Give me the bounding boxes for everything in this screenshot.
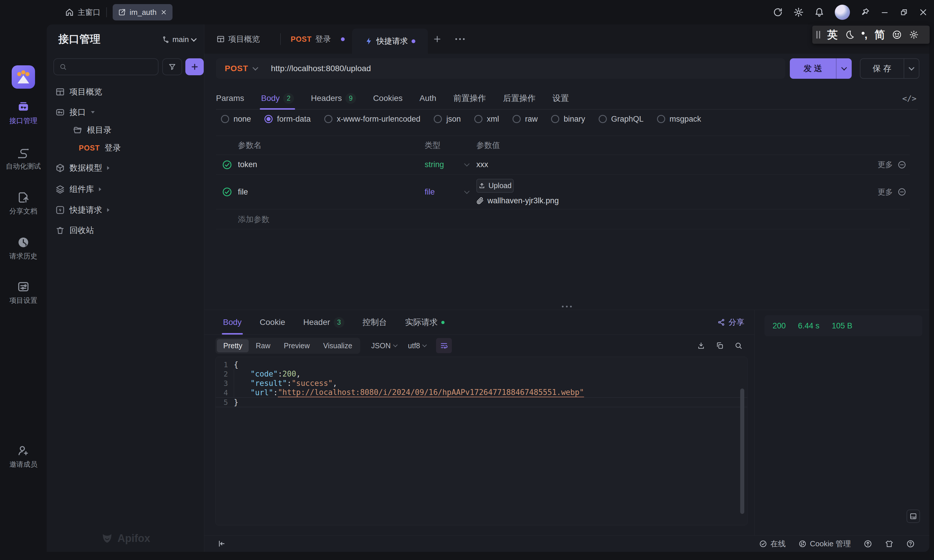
- mode-visualize[interactable]: Visualize: [317, 339, 359, 352]
- radio-raw[interactable]: raw: [513, 115, 538, 124]
- radio-form-data[interactable]: form-data: [264, 115, 311, 124]
- tab-post-actions[interactable]: 后置操作: [503, 88, 536, 109]
- tab-response-header[interactable]: Header3: [303, 310, 344, 335]
- pin-icon[interactable]: [860, 8, 870, 17]
- moon-icon[interactable]: [845, 30, 855, 40]
- tab-quick-request-active[interactable]: 快捷请求: [352, 29, 428, 54]
- rail-item-api-management[interactable]: 接口管理: [0, 101, 47, 125]
- url-input[interactable]: [270, 63, 777, 74]
- expand-arrow-icon[interactable]: [91, 111, 95, 114]
- radio-xml[interactable]: xml: [474, 115, 499, 124]
- refresh-icon[interactable]: [773, 7, 783, 17]
- collapse-arrow-icon[interactable]: [107, 208, 109, 212]
- tab-actual-request[interactable]: 实际请求: [405, 310, 444, 335]
- ime-punctuation-toggle[interactable]: ,: [862, 31, 868, 39]
- radio-msgpack[interactable]: msgpack: [657, 115, 701, 124]
- ime-toolbar[interactable]: 英 , 简: [812, 26, 929, 44]
- panel-layout-button[interactable]: [906, 509, 920, 523]
- minimize-icon[interactable]: [880, 8, 889, 17]
- remove-row-icon[interactable]: [897, 160, 906, 169]
- collapse-sidebar-button[interactable]: [217, 535, 226, 552]
- share-button[interactable]: 分享: [717, 310, 744, 335]
- response-body-editor[interactable]: 1 { 2 "code": 200, 3 "result": "success"…: [216, 357, 748, 525]
- close-window-icon[interactable]: [919, 8, 928, 17]
- tree-item-root-folder[interactable]: 根目录: [47, 122, 230, 138]
- restore-icon[interactable]: [900, 8, 908, 17]
- cookie-manager-button[interactable]: Cookie 管理: [798, 539, 851, 549]
- tab-body[interactable]: Body2: [261, 88, 294, 109]
- new-tab-button[interactable]: [433, 25, 442, 54]
- tree-item-recycle-bin[interactable]: 回收站: [47, 222, 213, 238]
- copy-icon[interactable]: [716, 342, 724, 350]
- tree-item-project-overview[interactable]: 项目概览: [47, 84, 213, 100]
- rail-item-project-settings[interactable]: 项目设置: [0, 281, 47, 305]
- rail-item-request-history[interactable]: 请求历史: [0, 236, 47, 261]
- method-select[interactable]: POST: [225, 64, 248, 73]
- user-avatar[interactable]: [835, 5, 850, 20]
- tree-item-component-lib[interactable]: 组件库: [47, 181, 213, 197]
- word-wrap-button[interactable]: [436, 338, 452, 353]
- radio-graphql[interactable]: GraphQL: [599, 115, 644, 124]
- response-url-link[interactable]: "http://localhost:8080/i/2024/09/16/hpAA…: [278, 388, 584, 397]
- emoji-icon[interactable]: [892, 30, 902, 40]
- tree-item-api-group[interactable]: 接口: [47, 104, 213, 120]
- branch-selector[interactable]: main: [162, 35, 196, 44]
- radio-urlencoded[interactable]: x-www-form-urlencoded: [324, 115, 421, 124]
- tree-item-quick-request[interactable]: 快捷请求: [47, 202, 213, 218]
- remove-row-icon[interactable]: [897, 188, 906, 196]
- check-circle-icon[interactable]: [222, 187, 232, 197]
- attached-file[interactable]: wallhaven-yjr3lk.png: [476, 196, 863, 205]
- tab-overflow-button[interactable]: [455, 25, 465, 54]
- radio-binary[interactable]: binary: [551, 115, 585, 124]
- tab-headers[interactable]: Headers9: [311, 88, 356, 109]
- close-icon[interactable]: [160, 9, 167, 16]
- tab-cookies[interactable]: Cookies: [373, 88, 402, 109]
- send-button[interactable]: 发 送: [790, 58, 852, 79]
- tab-login-api[interactable]: POST 登录: [291, 25, 345, 54]
- pane-splitter[interactable]: [204, 306, 929, 308]
- rail-item-automation[interactable]: 自动化测试: [0, 146, 47, 171]
- param-name-cell[interactable]: token: [238, 160, 425, 169]
- tab-response-body[interactable]: Body: [223, 310, 242, 335]
- collapse-arrow-icon[interactable]: [99, 188, 101, 191]
- filter-button[interactable]: [162, 58, 182, 75]
- tab-response-cookie[interactable]: Cookie: [260, 310, 285, 335]
- tab-project-overview[interactable]: 项目概览: [217, 25, 260, 54]
- param-type-select[interactable]: string: [425, 160, 476, 169]
- radio-none[interactable]: none: [221, 115, 251, 124]
- tab-console[interactable]: 控制台: [362, 310, 387, 335]
- search-box[interactable]: [53, 58, 159, 75]
- search-response-icon[interactable]: [734, 342, 743, 350]
- gear-icon[interactable]: [793, 7, 804, 17]
- online-status[interactable]: 在线: [759, 539, 786, 549]
- param-type-select[interactable]: file: [425, 188, 476, 197]
- upgrade-icon[interactable]: [864, 540, 872, 548]
- add-button[interactable]: [185, 58, 204, 75]
- check-circle-icon[interactable]: [222, 160, 232, 170]
- ime-simplified-toggle[interactable]: 简: [874, 29, 885, 40]
- format-select[interactable]: JSON: [371, 342, 397, 350]
- more-button[interactable]: 更多: [878, 187, 893, 197]
- radio-json[interactable]: json: [434, 115, 461, 124]
- project-avatar[interactable]: [12, 65, 35, 89]
- tab-auth[interactable]: Auth: [419, 88, 436, 109]
- editor-scrollbar[interactable]: [740, 389, 744, 514]
- rail-item-share-docs[interactable]: 分享文档: [0, 191, 47, 216]
- ime-language-toggle[interactable]: 英: [827, 29, 838, 40]
- param-value-cell[interactable]: xxx: [476, 160, 863, 169]
- bell-icon[interactable]: [814, 7, 824, 17]
- mode-preview[interactable]: Preview: [277, 339, 316, 352]
- more-button[interactable]: 更多: [878, 160, 893, 170]
- upload-button[interactable]: Upload: [476, 179, 514, 193]
- rail-item-invite-members[interactable]: 邀请成员: [0, 445, 47, 469]
- param-name-cell[interactable]: file: [238, 188, 425, 197]
- tab-params[interactable]: Params: [216, 88, 244, 109]
- download-icon[interactable]: [697, 342, 705, 350]
- ime-settings-icon[interactable]: [909, 30, 919, 40]
- tree-item-data-model[interactable]: 数据模型: [47, 160, 213, 176]
- window-tab-im-auth[interactable]: im_auth: [113, 4, 173, 20]
- mode-raw[interactable]: Raw: [249, 339, 277, 352]
- theme-icon[interactable]: [885, 540, 894, 548]
- save-button[interactable]: 保 存: [860, 58, 919, 79]
- send-options-caret[interactable]: [837, 58, 852, 79]
